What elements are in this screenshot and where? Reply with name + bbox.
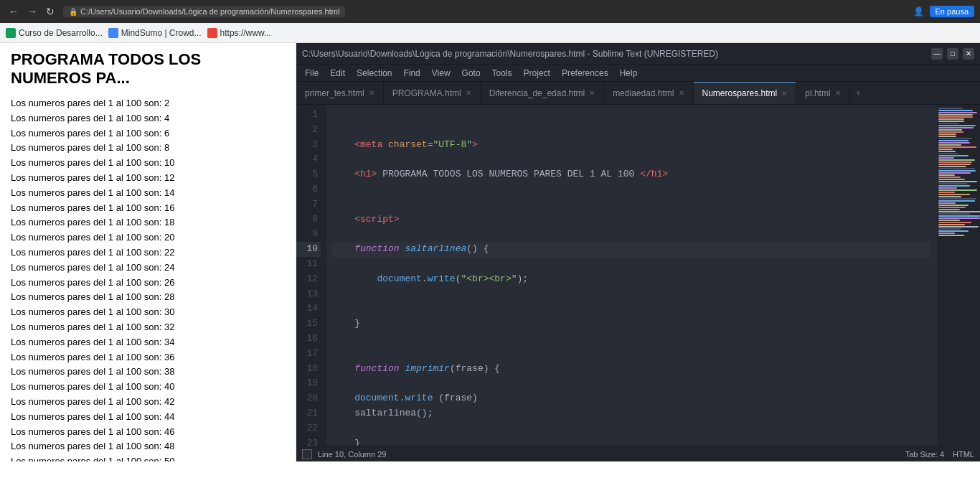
tab-close-icon[interactable]: ✕ (466, 89, 471, 97)
minimap-line (938, 140, 969, 141)
minimap-line (938, 198, 976, 200)
minimap-line (938, 217, 980, 219)
minimap-line (938, 121, 964, 122)
list-item: Los numeros pares del 1 al 100 son: 36 (11, 350, 285, 365)
minimap-line (938, 157, 954, 159)
minimap-line (938, 136, 956, 137)
statusbar-right: Tab Size: 4 HTML (905, 450, 974, 459)
minimap-line (938, 133, 956, 135)
code-line (332, 257, 931, 272)
tab-Diferencia_de_edad-html[interactable]: Diferencia_de_edad.html✕ (481, 82, 604, 104)
tab-label: primer_tes.html (305, 88, 364, 98)
menu-item-edit[interactable]: Edit (324, 67, 351, 80)
menu-item-view[interactable]: View (426, 67, 456, 80)
minimap-line (938, 202, 956, 204)
menu-item-file[interactable]: File (299, 67, 324, 80)
tab-close-icon[interactable]: ✕ (679, 89, 684, 97)
list-item: Los numeros pares del 1 al 100 son: 34 (11, 335, 285, 350)
minimap-line (938, 129, 962, 131)
list-item: Los numeros pares del 1 al 100 son: 16 (11, 201, 285, 216)
menu-item-find[interactable]: Find (397, 67, 425, 80)
menu-item-project[interactable]: Project (518, 67, 556, 80)
minimap-line (938, 226, 979, 228)
titlebar-left: ← → ↻ 🔒 C:/Users/Usuario/Downloads/Lógic… (6, 4, 345, 19)
minimap-line (938, 177, 961, 178)
line-number: 12 (296, 272, 321, 287)
browser-window: ← → ↻ 🔒 C:/Users/Usuario/Downloads/Lógic… (0, 0, 980, 43)
bookmark-other[interactable]: https://www... (207, 28, 271, 38)
menu-item-tools[interactable]: Tools (486, 67, 518, 80)
page-title: PROGRAMA TODOS LOS NUMEROS PA... (11, 50, 285, 88)
address-bar[interactable]: 🔒 C:/Users/Usuario/Downloads/Lógica de p… (63, 6, 345, 17)
tab-pl-html[interactable]: pl.html✕ (796, 82, 849, 104)
bookmark-mindsumo[interactable]: MindSumo | Crowd... (108, 28, 202, 38)
tab-close-icon[interactable]: ✕ (835, 89, 841, 97)
menu-item-goto[interactable]: Goto (456, 67, 486, 80)
minimize-button[interactable]: — (931, 48, 943, 60)
sublime-titlebar: C:\Users\Usuario\Downloads\Lógica de pro… (296, 43, 980, 65)
line-number: 1 (296, 108, 321, 123)
tab-label: mediaedad.html (613, 88, 674, 98)
menu-item-selection[interactable]: Selection (351, 67, 397, 80)
list-item: Los numeros pares del 1 al 100 son: 42 (11, 395, 285, 410)
close-button[interactable]: ✕ (963, 48, 974, 60)
code-line (332, 123, 931, 138)
tab-size-indicator: Tab Size: 4 (905, 450, 944, 459)
line-number: 9 (296, 227, 321, 242)
back-button[interactable]: ← (6, 4, 22, 19)
code-content[interactable]: <meta charset="UTF-8"> <h1> PROGRAMA TOD… (326, 105, 937, 446)
line-number: 21 (296, 406, 321, 421)
code-line: function saltarlinea() { (332, 242, 931, 257)
minimap-line (938, 205, 969, 206)
lock-icon: 🔒 (69, 8, 77, 16)
pause-button[interactable]: En pausa (930, 6, 974, 17)
line-number: 17 (296, 347, 321, 362)
list-item: Los numeros pares del 1 al 100 son: 24 (11, 261, 285, 276)
list-item: Los numeros pares del 1 al 100 son: 4 (11, 111, 285, 126)
tab-mediaedad-html[interactable]: mediaedad.html✕ (604, 82, 693, 104)
minimap-line (938, 114, 973, 116)
code-line: <meta charset="UTF-8"> (332, 138, 931, 153)
minimap-line (938, 181, 977, 182)
list-item: Los numeros pares del 1 al 100 son: 6 (11, 126, 285, 141)
menu-item-preferences[interactable]: Preferences (556, 67, 614, 80)
tab-Numerospares-html[interactable]: Numerospares.html✕ (694, 82, 797, 104)
code-line: saltarlinea(); (332, 406, 931, 421)
minimap-line (938, 144, 961, 146)
tab-close-icon[interactable]: ✕ (369, 89, 374, 97)
minimap-line (938, 185, 970, 187)
list-item: Los numeros pares del 1 al 100 son: 32 (11, 320, 285, 335)
syntax-indicator: HTML (953, 450, 974, 459)
minimap-line (938, 189, 977, 191)
reload-button[interactable]: ↻ (43, 4, 57, 19)
line-number: 15 (296, 316, 321, 332)
bookmark-curso[interactable]: Curso de Desarrollo... (6, 28, 103, 38)
line-number: 20 (296, 391, 321, 406)
tab-close-icon[interactable]: ✕ (589, 89, 595, 97)
browser-page: PROGRAMA TODOS LOS NUMEROS PA... Los num… (0, 43, 296, 461)
tab-close-icon[interactable]: ✕ (781, 90, 787, 98)
minimap-line (938, 215, 980, 217)
code-line (332, 421, 931, 436)
tab-add-button[interactable]: + (850, 82, 867, 104)
forward-button[interactable]: → (24, 4, 40, 19)
browser-titlebar: ← → ↻ 🔒 C:/Users/Usuario/Downloads/Lógic… (0, 0, 980, 23)
minimap-line (938, 164, 971, 165)
minimap-line (938, 228, 961, 230)
minimap-line (938, 194, 970, 195)
list-item: Los numeros pares del 1 al 100 son: 18 (11, 215, 285, 230)
minimap-line (938, 131, 963, 133)
minimap-line (938, 192, 955, 193)
main-layout: PROGRAMA TODOS LOS NUMEROS PA... Los num… (0, 43, 980, 461)
list-item: Los numeros pares del 1 al 100 son: 40 (11, 380, 285, 395)
menu-item-help[interactable]: Help (614, 67, 644, 80)
tab-primer_tes-html[interactable]: primer_tes.html✕ (296, 82, 384, 104)
sublime-editor: C:\Users\Usuario\Downloads\Lógica de pro… (296, 43, 980, 461)
minimap-line (938, 209, 960, 210)
tab-label: pl.html (805, 88, 830, 98)
minimap-line (938, 123, 959, 124)
tab-PROGRAMA-html[interactable]: PROGRAMA.html✕ (384, 82, 481, 104)
list-item: Los numeros pares del 1 al 100 son: 14 (11, 186, 285, 201)
url-text: C:/Users/Usuario/Downloads/Lógica de pro… (80, 7, 339, 16)
maximize-button[interactable]: □ (947, 48, 958, 60)
